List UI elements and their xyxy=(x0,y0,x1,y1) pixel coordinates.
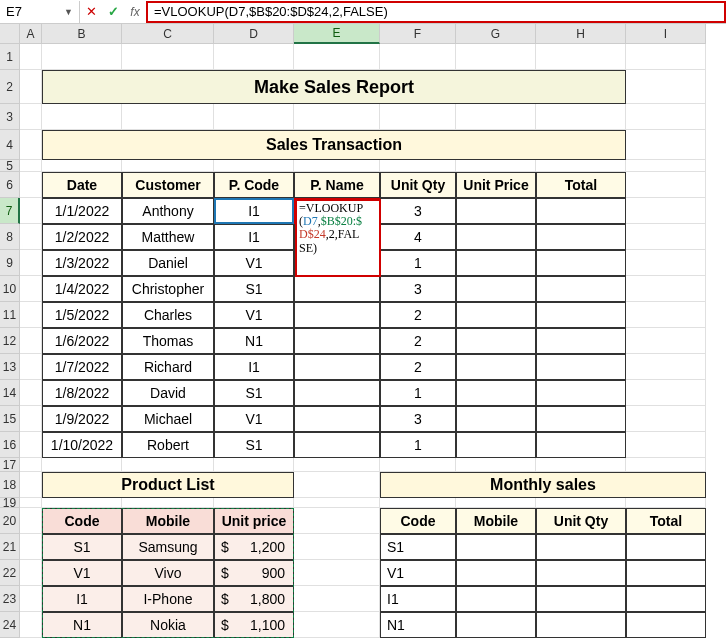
cell[interactable] xyxy=(294,276,380,302)
cell[interactable] xyxy=(536,224,626,250)
row-header[interactable]: 1 xyxy=(0,44,20,70)
select-all-corner[interactable] xyxy=(0,24,20,44)
cell[interactable]: David xyxy=(122,380,214,406)
cell[interactable]: V1 xyxy=(214,406,294,432)
chevron-down-icon[interactable]: ▼ xyxy=(64,7,73,17)
row-header[interactable]: 17 xyxy=(0,458,20,472)
col-header-E[interactable]: E xyxy=(294,24,380,44)
cell[interactable] xyxy=(536,432,626,458)
col-header-A[interactable]: A xyxy=(20,24,42,44)
cell[interactable]: S1 xyxy=(42,534,122,560)
row-header[interactable]: 21 xyxy=(0,534,20,560)
cell[interactable] xyxy=(456,250,536,276)
cancel-icon[interactable]: ✕ xyxy=(80,4,102,19)
cell[interactable]: 1 xyxy=(380,432,456,458)
cell[interactable] xyxy=(536,534,626,560)
cell[interactable]: S1 xyxy=(214,432,294,458)
row-header[interactable]: 11 xyxy=(0,302,20,328)
cell[interactable]: 1/4/2022 xyxy=(42,276,122,302)
cell[interactable] xyxy=(456,302,536,328)
cell[interactable]: 4 xyxy=(380,224,456,250)
cell[interactable]: Michael xyxy=(122,406,214,432)
cell[interactable]: V1 xyxy=(214,250,294,276)
col-header-B[interactable]: B xyxy=(42,24,122,44)
col-header-I[interactable]: I xyxy=(626,24,706,44)
col-header-G[interactable]: G xyxy=(456,24,536,44)
cell[interactable]: 1/9/2022 xyxy=(42,406,122,432)
cell[interactable]: Richard xyxy=(122,354,214,380)
cell[interactable]: N1 xyxy=(42,612,122,638)
cell[interactable]: $900 xyxy=(214,560,294,586)
row-header[interactable]: 10 xyxy=(0,276,20,302)
cell[interactable] xyxy=(456,276,536,302)
fx-icon[interactable]: fx xyxy=(124,5,146,19)
cell[interactable]: S1 xyxy=(380,534,456,560)
cell[interactable]: $1,100 xyxy=(214,612,294,638)
cell[interactable]: Robert xyxy=(122,432,214,458)
cell[interactable] xyxy=(536,354,626,380)
cell[interactable]: I1 xyxy=(214,354,294,380)
cell[interactable] xyxy=(294,406,380,432)
row-header[interactable]: 24 xyxy=(0,612,20,638)
row-header[interactable]: 6 xyxy=(0,172,20,198)
cell[interactable]: Vivo xyxy=(122,560,214,586)
row-header[interactable]: 23 xyxy=(0,586,20,612)
cell[interactable]: Samsung xyxy=(122,534,214,560)
row-header[interactable]: 15 xyxy=(0,406,20,432)
cell[interactable] xyxy=(456,612,536,638)
cell[interactable]: Charles xyxy=(122,302,214,328)
row-header[interactable]: 5 xyxy=(0,160,20,172)
formula-input[interactable]: =VLOOKUP(D7,$B$20:$D$24,2,FALSE) xyxy=(146,1,726,23)
cell[interactable] xyxy=(626,534,706,560)
cell[interactable] xyxy=(536,560,626,586)
cell[interactable] xyxy=(456,224,536,250)
confirm-icon[interactable]: ✓ xyxy=(102,4,124,19)
cell[interactable]: 2 xyxy=(380,354,456,380)
cell[interactable] xyxy=(294,380,380,406)
cell[interactable]: Christopher xyxy=(122,276,214,302)
cell[interactable] xyxy=(536,328,626,354)
cell[interactable]: I-Phone xyxy=(122,586,214,612)
row-header[interactable]: 4 xyxy=(0,130,20,160)
cell[interactable]: Anthony xyxy=(122,198,214,224)
cell[interactable] xyxy=(536,250,626,276)
row-header[interactable]: 8 xyxy=(0,224,20,250)
cell[interactable]: V1 xyxy=(42,560,122,586)
cell[interactable]: S1 xyxy=(214,276,294,302)
cell[interactable] xyxy=(456,406,536,432)
cell[interactable]: V1 xyxy=(380,560,456,586)
row-header[interactable]: 14 xyxy=(0,380,20,406)
cell[interactable]: 2 xyxy=(380,302,456,328)
row-header[interactable]: 12 xyxy=(0,328,20,354)
grid[interactable]: Make Sales Report Sales Transaction Date… xyxy=(20,44,706,638)
cell[interactable] xyxy=(456,328,536,354)
cell[interactable]: 1 xyxy=(380,380,456,406)
cell[interactable] xyxy=(536,302,626,328)
cell[interactable] xyxy=(294,328,380,354)
cell[interactable] xyxy=(456,432,536,458)
row-header[interactable]: 7 xyxy=(0,198,20,224)
cell-E7-editing[interactable]: =VLOOKUP (D7,$B$20:$ D$24,2,FAL SE) xyxy=(294,198,380,224)
cell[interactable] xyxy=(294,432,380,458)
cell[interactable]: V1 xyxy=(214,302,294,328)
row-header[interactable]: 16 xyxy=(0,432,20,458)
cell[interactable] xyxy=(536,586,626,612)
cell[interactable] xyxy=(536,276,626,302)
cell[interactable]: I1 xyxy=(380,586,456,612)
cell[interactable]: 2 xyxy=(380,328,456,354)
cell[interactable] xyxy=(536,406,626,432)
cell[interactable] xyxy=(456,560,536,586)
cell[interactable]: 1/7/2022 xyxy=(42,354,122,380)
cell[interactable] xyxy=(456,198,536,224)
cell[interactable]: 3 xyxy=(380,198,456,224)
cell[interactable]: Thomas xyxy=(122,328,214,354)
formula-edit-overlay[interactable]: =VLOOKUP (D7,$B$20:$ D$24,2,FAL SE) xyxy=(295,199,381,277)
name-box[interactable]: E7 ▼ xyxy=(0,1,80,23)
col-header-C[interactable]: C xyxy=(122,24,214,44)
row-header[interactable]: 3 xyxy=(0,104,20,130)
row-header[interactable]: 18 xyxy=(0,472,20,498)
cell-D7[interactable]: I1 xyxy=(214,198,294,224)
cell[interactable]: 1 xyxy=(380,250,456,276)
row-header[interactable]: 2 xyxy=(0,70,20,104)
col-header-F[interactable]: F xyxy=(380,24,456,44)
